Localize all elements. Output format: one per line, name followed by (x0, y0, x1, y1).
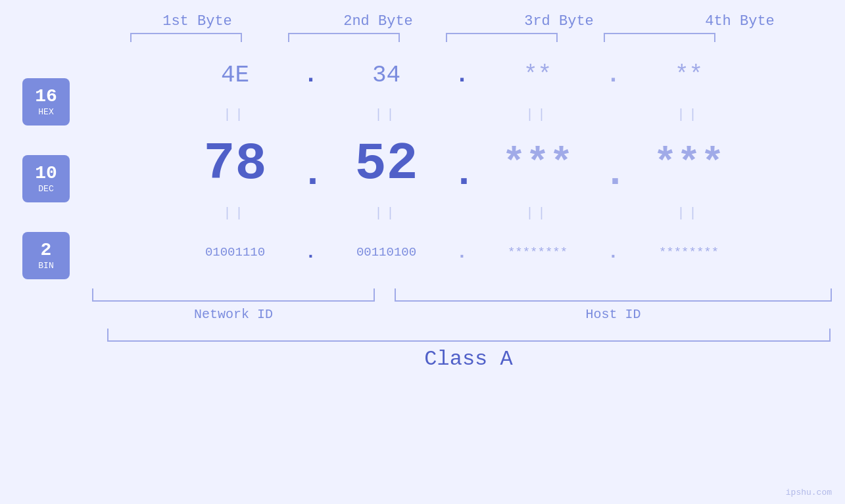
top-brackets (107, 33, 831, 42)
dec-b4: *** (623, 141, 755, 186)
bin-b2: 00110100 (321, 245, 452, 260)
equals-3: || (472, 107, 604, 122)
bottom-brackets (92, 282, 832, 302)
labels-column: 16 HEX 10 DEC 2 BIN (0, 49, 92, 322)
equals-1: || (170, 107, 301, 122)
top-bracket-4 (587, 33, 732, 42)
equals-row-2: || || || || (92, 200, 832, 226)
bottom-labels: Network ID Host ID (92, 307, 832, 322)
bracket-line-3 (446, 33, 558, 42)
hex-b3: ** (472, 62, 604, 89)
dec-badge: 10 DEC (22, 155, 70, 202)
dec-b1: 78 (170, 134, 301, 194)
host-bracket (395, 288, 832, 302)
dot-bin-3: . (604, 242, 623, 263)
equals-8: || (623, 206, 755, 221)
dec-b3: *** (472, 141, 604, 186)
equals-5: || (170, 206, 301, 221)
byte2-header: 2nd Byte (306, 13, 450, 30)
hex-b4: ** (623, 62, 755, 89)
bracket-line-4 (604, 33, 715, 42)
watermark: ipshu.com (786, 488, 832, 497)
equals-7: || (472, 206, 604, 221)
network-bracket (92, 288, 375, 302)
byte1-header: 1st Byte (125, 13, 270, 30)
dot-hex-2: . (452, 62, 472, 89)
dot-bin-2: . (452, 242, 472, 263)
bracket-line-1 (130, 33, 242, 42)
top-bracket-3 (429, 33, 574, 42)
bracket-line-2 (288, 33, 400, 42)
dot-dec-1: . (301, 151, 321, 196)
hex-b2: 34 (321, 62, 452, 89)
data-section: 4E . 34 . ** . ** || || || || 78 (92, 49, 845, 322)
content-area: 16 HEX 10 DEC 2 BIN 4E . 34 . ** . ** (0, 49, 845, 322)
class-label: Class A (107, 347, 831, 371)
bin-b3: ******** (472, 245, 604, 260)
top-bracket-2 (272, 33, 416, 42)
dot-hex-3: . (604, 62, 623, 89)
dec-row: 78 . 52 . *** . *** (92, 127, 832, 200)
equals-row-1: || || || || (92, 101, 832, 127)
byte-headers: 1st Byte 2nd Byte 3rd Byte 4th Byte (107, 13, 831, 30)
host-id-label: Host ID (395, 307, 832, 322)
top-bracket-1 (114, 33, 258, 42)
bin-badge: 2 BIN (22, 232, 70, 279)
main-container: 1st Byte 2nd Byte 3rd Byte 4th Byte 16 H… (0, 0, 845, 504)
hex-b1: 4E (170, 62, 301, 89)
byte3-header: 3rd Byte (487, 13, 631, 30)
class-section: Class A (107, 329, 831, 371)
dot-hex-1: . (301, 62, 321, 89)
dot-bin-1: . (301, 242, 321, 263)
bin-b4: ******** (623, 245, 755, 260)
hex-row: 4E . 34 . ** . ** (92, 49, 832, 101)
equals-2: || (321, 107, 452, 122)
network-id-label: Network ID (92, 307, 375, 322)
hex-badge: 16 HEX (22, 78, 70, 126)
bin-row: 01001110 . 00110100 . ******** . *******… (92, 226, 832, 279)
byte4-header: 4th Byte (667, 13, 812, 30)
equals-4: || (623, 107, 755, 122)
dec-b2: 52 (321, 134, 452, 194)
dot-dec-2: . (452, 151, 472, 196)
equals-6: || (321, 206, 452, 221)
dot-dec-3: . (604, 151, 623, 196)
bin-b1: 01001110 (170, 245, 301, 260)
class-bracket (107, 329, 831, 342)
